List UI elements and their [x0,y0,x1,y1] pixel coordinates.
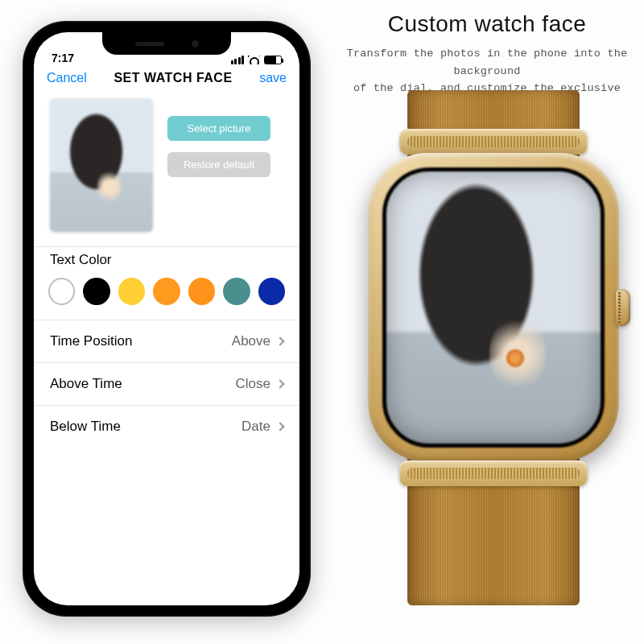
row-value: Date [242,419,270,435]
marketing-title: Custom watch face [338,11,636,37]
watch-render [362,90,625,605]
page-title: SET WATCH FACE [114,71,232,85]
wifi-icon [248,56,260,64]
restore-default-button[interactable]: Restore default [167,152,270,177]
swatch-orange[interactable] [153,278,180,305]
swatch-black[interactable] [83,278,109,305]
preview-row: Select picture Restore default [34,93,299,246]
select-picture-button[interactable]: Select picture [167,116,270,141]
watchface-preview-image[interactable] [50,98,153,232]
row-above-time[interactable]: Above Time Close [34,362,299,405]
status-time: 7:17 [52,52,74,64]
swatch-blue[interactable] [258,278,285,305]
watch-lug-bottom [399,460,588,486]
status-icons [231,56,283,64]
watch-screen [382,167,605,448]
flower-icon [506,349,524,367]
save-button[interactable]: save [259,71,287,85]
phone-screen: 7:17 Cancel SET WATCH FACE save Select p… [34,32,299,605]
row-time-position[interactable]: Time Position Above [34,320,299,362]
row-label: Time Position [50,333,132,349]
watch-crown [616,289,630,326]
watch-lug-top [399,129,588,155]
row-value: Close [236,376,270,392]
text-color-swatches [34,275,299,320]
cell-signal-icon [231,56,245,64]
phone-mockup: 7:17 Cancel SET WATCH FACE save Select p… [23,21,311,617]
phone-notch [102,32,231,55]
chevron-right-icon [275,422,284,431]
watch-case [368,153,619,462]
preview-buttons: Select picture Restore default [167,116,270,177]
swatch-yellow[interactable] [118,278,145,305]
row-label: Above Time [50,376,122,392]
row-label: Below Time [50,419,121,435]
chevron-right-icon [275,336,284,345]
marketing-desc-line1: Transform the photos in the phone into t… [347,47,628,77]
text-color-label: Text Color [34,246,299,275]
row-below-time[interactable]: Below Time Date [34,405,299,448]
swatch-white[interactable] [48,278,75,305]
swatch-orange-2[interactable] [188,278,215,305]
chevron-right-icon [275,379,284,388]
row-value: Above [232,333,270,349]
cancel-button[interactable]: Cancel [47,71,87,85]
nav-bar: Cancel SET WATCH FACE save [34,66,299,93]
battery-icon [264,56,282,64]
watch-band [407,90,580,605]
swatch-teal[interactable] [223,278,250,305]
